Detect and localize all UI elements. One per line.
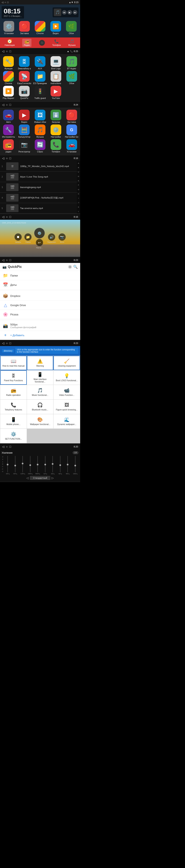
back-btn-7[interactable]: ◁ xyxy=(2,342,4,345)
app-youtube[interactable]: ▶ YouTube xyxy=(48,86,63,99)
manual-card-11[interactable]: 🖼 Figure quick browsing... xyxy=(53,400,80,414)
qp-item-dropbox[interactable]: 📦 Dropbox xyxy=(0,291,80,301)
qp-item-folders[interactable]: 📁 Папки xyxy=(0,271,80,280)
alpha-k[interactable]: K xyxy=(77,205,80,209)
eq-thumb-32[interactable] xyxy=(7,464,8,465)
app-avto[interactable]: 🚗 Авто xyxy=(1,110,16,123)
app-chrome[interactable]: Chrome xyxy=(33,21,47,35)
back-btn-6[interactable]: ◁ xyxy=(2,258,4,262)
eq-next-button[interactable]: ▷ xyxy=(50,476,55,479)
nav-phone[interactable]: 📞 Телефон xyxy=(52,39,61,46)
manual-card-7[interactable]: 🎵 Music functional... xyxy=(27,385,53,399)
eq-slider-1k[interactable] xyxy=(44,456,46,472)
app-aux[interactable]: 🔌 AUX xyxy=(33,56,47,70)
eq-slider-250[interactable] xyxy=(29,456,31,472)
app-zastavka2[interactable]: 🔴 Заставка xyxy=(64,110,79,123)
quickpic-grid-icon[interactable]: ⊞ xyxy=(69,265,72,269)
app-oboi2[interactable]: 🌿 Обои xyxy=(64,71,79,85)
eq-preset-label[interactable]: Стандартный xyxy=(30,476,50,480)
manual-card-0[interactable]: 📖 How to read this manual xyxy=(0,356,27,370)
manual-card-12[interactable]: 📱 Mobile phone... xyxy=(0,414,27,429)
app-es[interactable]: 📁 ES Проводник xyxy=(33,71,47,85)
alpha-h[interactable]: H xyxy=(77,192,80,196)
qp-item-gdrive[interactable]: △ Google Drive xyxy=(0,301,80,310)
cam-folder-button[interactable]: 📁 xyxy=(24,233,32,241)
video-item-1[interactable]: 1 🎬 1080p_TP_Wonder_Girls_Nobody_kbs2HD.… xyxy=(0,161,80,172)
alpha-f[interactable]: F xyxy=(77,183,80,187)
app-nastrojki-go[interactable]: G Настройки Go xyxy=(64,124,79,138)
cam-settings-button[interactable]: ⚙️ xyxy=(34,228,45,239)
app-chrome2[interactable]: Chrome xyxy=(1,71,16,85)
app-telefon[interactable]: 📞 Телефон xyxy=(48,139,63,153)
home-btn-3[interactable]: ○ xyxy=(6,103,8,106)
eq-slider-2k[interactable] xyxy=(52,456,53,472)
app-liveoboi[interactable]: 🖼 Живые обои xyxy=(33,110,47,123)
app-funkcii[interactable]: 🔧 Функции xyxy=(1,56,16,70)
eq-slider-64[interactable] xyxy=(14,456,16,472)
alpha-j[interactable]: J xyxy=(77,200,80,205)
eq-thumb-500[interactable] xyxy=(37,464,38,465)
eq-toggle[interactable]: Off xyxy=(73,451,78,454)
home-btn-7[interactable]: ○ xyxy=(6,342,8,345)
qp-item-picasa[interactable]: 🌸 Picasa xyxy=(0,310,80,319)
manual-card-1[interactable]: ⚠️ Warning xyxy=(27,356,53,370)
app-oboi[interactable]: 🌿 Обои xyxy=(64,21,78,35)
qp-item-add[interactable]: + + Добавить xyxy=(0,331,80,340)
eq-thumb-125[interactable] xyxy=(22,463,24,464)
eq-slider-4k[interactable] xyxy=(60,456,61,472)
manual-card-15[interactable]: ⚙️ SET FUNCTION... xyxy=(0,429,27,443)
back-btn-5[interactable]: ◁ xyxy=(2,215,4,218)
app-quickpic[interactable]: 📷 QuickPic xyxy=(17,86,32,99)
manual-card-9[interactable]: 📞 Telephony features xyxy=(0,400,27,414)
cam-record-button[interactable]: ⏺ xyxy=(14,233,22,241)
app-muzyka[interactable]: 🎵 Музыка xyxy=(33,124,47,138)
app-ustanovki[interactable]: ⚙️ Установки xyxy=(2,21,16,35)
quickpic-search-icon[interactable]: 🔍 xyxy=(73,265,78,269)
eq-slider-125[interactable] xyxy=(22,456,24,472)
back-btn-3[interactable]: ◁ xyxy=(2,103,4,106)
back-btn-2[interactable]: ◁ xyxy=(2,50,4,53)
manual-card-5[interactable]: 💡 Boot LOGO functional... xyxy=(53,370,80,385)
home-btn-8[interactable]: ○ xyxy=(6,445,8,448)
video-item-4[interactable]: 4 🎬 [1080P.MP4]A Pink - NoNoNo(官方版).mp4 xyxy=(0,192,80,203)
app-traffic[interactable]: 🚦 Traffic guard xyxy=(33,86,47,99)
app-instrumenty[interactable]: 🔧 Инструменты xyxy=(1,124,16,138)
recents-btn-2[interactable]: □ xyxy=(9,50,11,53)
back-btn-4[interactable]: ◁ xyxy=(2,157,4,160)
app-easyconnect[interactable]: 📡 EasyConnectio xyxy=(17,71,32,85)
cam-volume-button[interactable]: 🔊 xyxy=(48,233,55,241)
alpha-a[interactable]: A xyxy=(77,161,80,165)
manual-card-8[interactable]: 📹 Video Function... xyxy=(53,385,80,399)
video-item-5[interactable]: 5 🎬 Так хочется жить.mp4 xyxy=(0,203,80,214)
eq-thumb-64[interactable] xyxy=(14,465,16,466)
eq-thumb-250[interactable] xyxy=(29,464,31,466)
manual-card-13[interactable]: 🎨 Wallpaper functional... xyxy=(27,414,53,429)
eq-thumb-8k[interactable] xyxy=(67,464,69,465)
next-button[interactable]: ⏭ xyxy=(73,10,77,14)
manual-card-6[interactable]: 📻 Radio operation xyxy=(0,385,27,399)
alpha-e[interactable]: E xyxy=(77,179,80,183)
manual-card-2[interactable]: 🧹 cleaning equipment xyxy=(53,356,80,370)
app-video2[interactable]: ▶ Видео xyxy=(17,110,32,123)
nav-music[interactable]: 🎵 Музыка xyxy=(68,39,75,46)
video-item-2[interactable]: 2 🎬 Arjun I Love This Song.mp4 xyxy=(0,172,80,182)
app-downloads[interactable]: ⬇️ Загрузки xyxy=(48,110,63,123)
home-btn-5[interactable]: ○ xyxy=(6,215,8,218)
prev-button[interactable]: ⏮ xyxy=(62,10,67,14)
eq-thumb-4k[interactable] xyxy=(60,464,61,466)
alpha-b[interactable]: B xyxy=(77,165,80,170)
app-registrator[interactable]: 📷 Регистратор xyxy=(17,139,32,153)
recents-btn-6[interactable]: □ xyxy=(9,258,11,262)
app-ustanovki2[interactable]: 🚗 Установки xyxy=(64,139,79,153)
eq-slider-32[interactable] xyxy=(7,456,8,472)
recents-btn-7[interactable]: □ xyxy=(9,342,11,345)
home-btn-6[interactable]: ○ xyxy=(6,258,8,262)
video-item-3[interactable]: 3 🎬 bianxingjingang.mp4 xyxy=(0,182,80,192)
app-video[interactable]: ▶️ Видео xyxy=(48,21,63,35)
alpha-l[interactable]: L xyxy=(77,209,80,214)
app-calc[interactable]: 🧮 Калькулятор xyxy=(17,124,32,138)
manual-breadcrumb[interactable]: directory xyxy=(2,349,14,352)
nav-navigation[interactable]: 🧭 Навигация xyxy=(4,39,14,46)
eq-slider-8k[interactable] xyxy=(67,456,69,472)
alpha-i[interactable]: I xyxy=(77,196,80,200)
